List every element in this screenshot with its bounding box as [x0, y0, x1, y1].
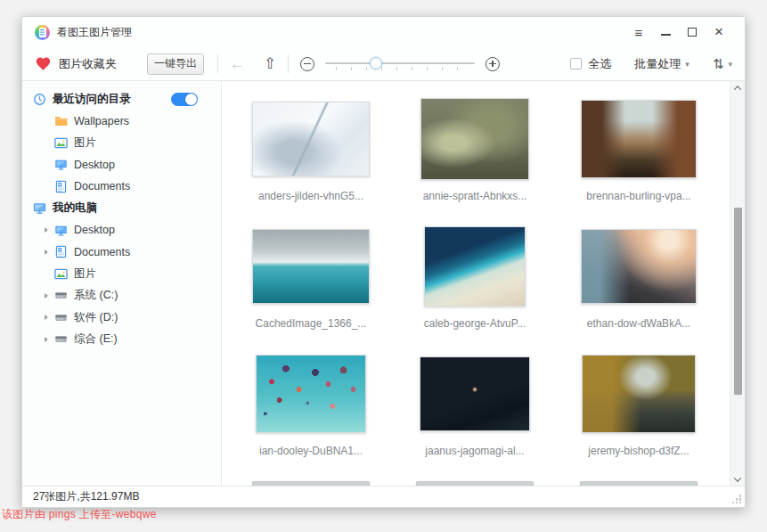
sidebar-item[interactable]: 图片: [22, 263, 221, 285]
sidebar-item[interactable]: 综合 (E:): [22, 329, 221, 351]
image-thumbnail[interactable]: [256, 355, 366, 433]
image-thumbnail[interactable]: [582, 355, 696, 433]
image-item[interactable]: CachedImage_1366_...: [229, 221, 393, 348]
select-all-label[interactable]: 全选: [588, 56, 611, 72]
desktop-icon: [54, 224, 68, 237]
sidebar-item[interactable]: 最近访问的目录: [22, 88, 221, 110]
batch-process-label: 批量处理: [634, 56, 681, 72]
status-text: 27张图片,共121.97MB: [33, 489, 139, 504]
content-area: anders-jilden-vhnG5... annie-spratt-Abnk…: [222, 81, 745, 486]
image-item[interactable]: ian-dooley-DuBNA1...: [229, 348, 393, 476]
vertical-scrollbar[interactable]: [730, 81, 745, 486]
sidebar-item-label: Wallpapers: [74, 115, 129, 127]
chevron-down-icon: ▾: [728, 60, 732, 69]
expand-arrow-icon[interactable]: [45, 250, 54, 255]
computer-icon: [33, 201, 46, 215]
select-all-checkbox[interactable]: [570, 58, 582, 70]
sidebar-item-label: 综合 (E:): [74, 331, 118, 347]
scroll-down-icon[interactable]: [730, 472, 745, 486]
menu-icon[interactable]: ≡: [625, 21, 652, 43]
pictures-icon: [54, 267, 68, 281]
expand-arrow-icon[interactable]: [45, 337, 54, 342]
statusbar: 27张图片,共121.97MB: [22, 486, 745, 507]
image-item[interactable]: brennan-burling-vpa...: [557, 94, 721, 221]
zoom-out-icon[interactable]: [300, 57, 314, 71]
scrollbar-thumb[interactable]: [734, 208, 742, 395]
sidebar-item-label: 图片: [74, 135, 96, 151]
sidebar-item-label: Desktop: [74, 224, 115, 236]
image-filename: brennan-burling-vpa...: [586, 190, 690, 202]
toolbar: 图片收藏夹 一键导出 ← ⇧ 全选 批量处理 ▾ ⇅ ▾: [22, 47, 745, 81]
image-item[interactable]: caleb-george-AtvuP...: [393, 221, 557, 348]
zoom-slider[interactable]: [325, 55, 475, 73]
sidebar-item[interactable]: 系统 (C:): [22, 285, 221, 307]
expand-arrow-icon[interactable]: [45, 227, 54, 233]
sidebar-item[interactable]: 我的电脑: [22, 198, 221, 220]
recent-dirs-toggle[interactable]: [171, 93, 198, 106]
image-thumbnail[interactable]: [424, 226, 526, 307]
image-thumbnail[interactable]: [420, 356, 530, 431]
documents-icon: [54, 180, 68, 193]
image-filename: jeremy-bishop-d3fZ...: [588, 445, 689, 457]
sidebar-item[interactable]: Desktop: [22, 154, 221, 176]
app-window: 看图王图片管理 ≡ × 图片收藏夹 一键导出 ← ⇧: [21, 16, 746, 508]
drive-icon: [54, 332, 68, 346]
batch-process-dropdown[interactable]: 批量处理 ▾: [634, 56, 689, 72]
image-thumbnail[interactable]: [581, 229, 697, 304]
image-item[interactable]: jaanus-jagomagi-al...: [393, 348, 557, 476]
sidebar: 最近访问的目录 Wallpapers 图片 Desktop Documents …: [22, 81, 222, 486]
desktop-icon: [54, 158, 68, 171]
pictures-icon: [54, 136, 68, 150]
sidebar-item-label: Desktop: [74, 159, 115, 171]
favorites-label[interactable]: 图片收藏夹: [59, 56, 117, 72]
image-item[interactable]: ethan-dow-dWaBkA...: [557, 221, 721, 348]
image-item[interactable]: jeremy-bishop-d3fZ...: [557, 348, 721, 476]
sidebar-item-label: 图片: [74, 266, 96, 282]
sidebar-item[interactable]: 图片: [22, 132, 221, 154]
close-icon[interactable]: ×: [706, 21, 732, 43]
image-filename: ian-dooley-DuBNA1...: [259, 445, 363, 457]
resize-grip[interactable]: [732, 495, 741, 503]
documents-icon: [54, 245, 68, 258]
image-item[interactable]: anders-jilden-vhnG5...: [229, 94, 393, 221]
sidebar-item[interactable]: Desktop: [22, 219, 221, 241]
slider-ticks: [336, 67, 471, 70]
up-folder-icon[interactable]: ⇧: [264, 54, 276, 73]
folder-icon: [54, 114, 68, 127]
sidebar-item-label: Documents: [74, 246, 130, 258]
expand-arrow-icon[interactable]: [45, 293, 54, 299]
desktop-background: 看图王图片管理 ≡ × 图片收藏夹 一键导出 ← ⇧: [0, 0, 767, 532]
sidebar-item[interactable]: Documents: [22, 176, 221, 198]
sort-icon: ⇅: [713, 56, 724, 72]
image-thumbnail[interactable]: [420, 98, 529, 180]
chevron-down-icon: ▾: [685, 60, 689, 69]
image-filename: anders-jilden-vhnG5...: [258, 190, 363, 202]
sidebar-item[interactable]: 软件 (D:): [22, 307, 221, 329]
image-filename: jaanus-jagomagi-al...: [425, 445, 524, 457]
image-filename: annie-spratt-Abnkxs...: [423, 190, 527, 202]
zoom-in-icon[interactable]: [485, 57, 500, 71]
minimize-icon[interactable]: [652, 21, 679, 43]
sidebar-item[interactable]: Wallpapers: [22, 110, 221, 133]
image-thumbnail[interactable]: [581, 100, 697, 178]
app-logo-icon: [35, 25, 50, 40]
maximize-icon[interactable]: [679, 21, 706, 43]
watermark-text: 该图片由 pings 上传至-webqwe: [2, 507, 157, 522]
back-arrow-icon[interactable]: ←: [230, 55, 245, 73]
export-button[interactable]: 一键导出: [147, 53, 204, 75]
sidebar-item-label: 最近访问的目录: [53, 92, 131, 107]
slider-track[interactable]: [325, 62, 475, 64]
drive-icon: [54, 289, 68, 302]
image-thumbnail[interactable]: [252, 102, 370, 176]
image-filename: CachedImage_1366_...: [256, 317, 367, 330]
slider-handle[interactable]: [370, 57, 382, 70]
image-thumbnail[interactable]: [252, 229, 370, 304]
image-item[interactable]: annie-spratt-Abnkxs...: [393, 94, 557, 221]
sidebar-item[interactable]: Documents: [22, 241, 221, 264]
toolbar-separator: [217, 54, 218, 73]
scroll-up-icon[interactable]: [730, 81, 745, 94]
sort-dropdown[interactable]: ⇅ ▾: [713, 56, 732, 72]
sidebar-item-label: 系统 (C:): [74, 288, 118, 303]
heart-icon[interactable]: [35, 56, 52, 71]
expand-arrow-icon[interactable]: [45, 315, 54, 320]
